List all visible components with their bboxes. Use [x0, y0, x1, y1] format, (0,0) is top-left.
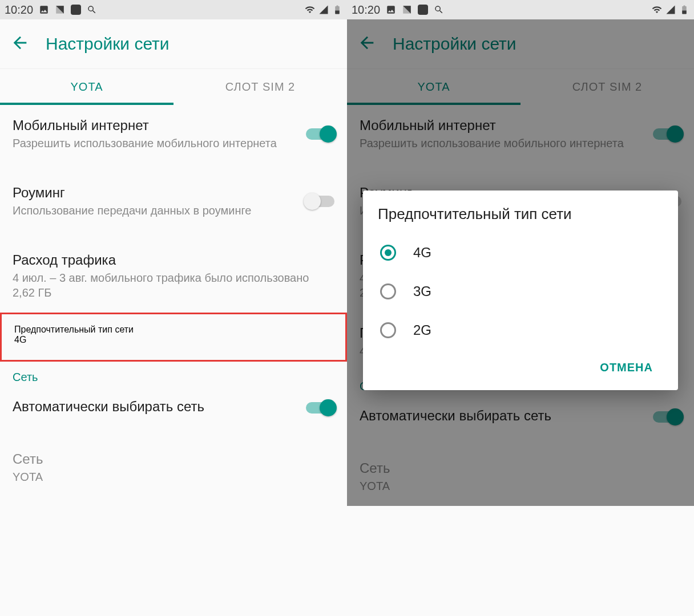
radio-icon [380, 322, 396, 338]
item-mobile-data[interactable]: Мобильный интернет Разрешить использован… [0, 105, 347, 163]
radio-option-2g[interactable]: 2G [378, 311, 663, 350]
dialog-preferred-network-type: Предпочтительный тип сети 4G 3G 2G ОТМЕН… [363, 191, 678, 390]
tab-yota[interactable]: YOTA [0, 69, 174, 105]
wifi-icon [652, 5, 662, 15]
item-title: Расход трафика [13, 252, 328, 268]
radio-label: 2G [413, 322, 431, 338]
app-bar: Настройки сети [0, 19, 347, 68]
app-square-icon [71, 5, 81, 15]
item-sub: Разрешить использование мобильного интер… [13, 136, 299, 151]
tab-sim2[interactable]: СЛОТ SIM 2 [174, 69, 347, 105]
signal-icon [665, 5, 676, 15]
switch-auto-select[interactable] [306, 402, 334, 414]
screen-settings-dialog: 10:20 Настройки сети YOTA СЛОТ SI [347, 0, 694, 616]
radio-option-4g[interactable]: 4G [378, 233, 663, 272]
status-bar: 10:20 [0, 0, 347, 19]
radio-option-3g[interactable]: 3G [378, 272, 663, 311]
radio-label: 3G [413, 283, 431, 299]
cancel-button[interactable]: ОТМЕНА [593, 356, 660, 379]
switch-roaming[interactable] [306, 196, 334, 207]
switch-mobile-data[interactable] [306, 128, 334, 140]
item-data-usage[interactable]: Расход трафика 4 июл. – 3 авг. мобильног… [0, 240, 347, 313]
signal-icon [318, 5, 329, 15]
item-title: Автоматически выбирать сеть [13, 399, 299, 415]
status-time: 10:20 [352, 3, 380, 17]
tab-sim2-label: СЛОТ SIM 2 [225, 80, 295, 94]
item-auto-select-network[interactable]: Автоматически выбирать сеть [0, 386, 347, 429]
item-network: Сеть YOTA [0, 439, 347, 497]
item-title: Сеть [13, 451, 328, 467]
item-roaming[interactable]: Роуминг Использование передачи данных в … [0, 172, 347, 230]
status-bar: 10:20 [347, 0, 694, 19]
item-sub: 4 июл. – 3 авг. мобильного трафика было … [13, 270, 328, 300]
image2-icon [402, 5, 412, 15]
search-icon [87, 5, 97, 15]
item-sub: Использование передачи данных в роуминге [13, 203, 299, 218]
sim-tabs: YOTA СЛОТ SIM 2 [0, 68, 347, 105]
screen-settings: 10:20 Настройки сети YOTA СЛОТ SIM 2 [0, 0, 347, 616]
search-icon [434, 5, 444, 15]
dialog-title: Предпочтительный тип сети [378, 205, 663, 223]
back-arrow-icon[interactable] [10, 33, 30, 55]
page-title: Настройки сети [46, 34, 170, 54]
radio-icon [380, 283, 396, 299]
item-title: Роуминг [13, 185, 299, 201]
section-network-label: Сеть [0, 362, 347, 386]
item-title: Предпочтительный тип сети [14, 325, 333, 335]
image-icon [39, 5, 49, 15]
settings-list: Мобильный интернет Разрешить использован… [0, 105, 347, 497]
battery-icon [679, 5, 689, 15]
item-sub: 4G [14, 335, 333, 345]
image2-icon [55, 5, 65, 15]
image-icon [386, 5, 396, 15]
app-square-icon [418, 5, 428, 15]
tab-yota-label: YOTA [71, 80, 103, 94]
radio-label: 4G [413, 245, 431, 261]
status-time: 10:20 [5, 3, 33, 17]
item-sub: YOTA [13, 469, 328, 484]
radio-icon [380, 245, 396, 261]
item-title: Мобильный интернет [13, 117, 299, 133]
wifi-icon [305, 5, 315, 15]
battery-icon [332, 5, 342, 15]
item-preferred-network-type[interactable]: Предпочтительный тип сети 4G [0, 313, 347, 362]
